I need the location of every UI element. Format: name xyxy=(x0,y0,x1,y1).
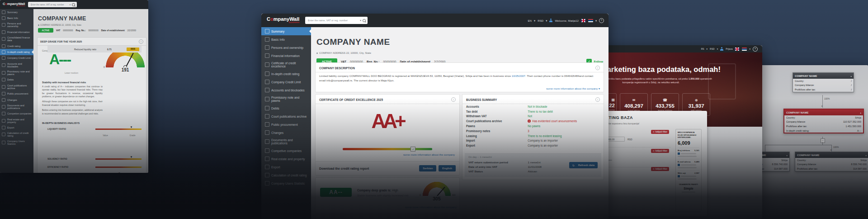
sidebar-item[interactable]: Company Credit Limit xyxy=(0,55,33,61)
sidebar-item[interactable]: Changes xyxy=(0,97,33,103)
more-info-link[interactable]: some more information about the company xyxy=(405,206,457,209)
language-select[interactable]: RS xyxy=(701,48,704,50)
date-link[interactable]: 10/25/2007. xyxy=(512,75,526,77)
info-icon[interactable] xyxy=(139,39,143,44)
chevron-down-icon[interactable] xyxy=(534,19,535,22)
org-node-child[interactable]: COMPANY NAME Country:SrbijaCompany bilan… xyxy=(795,152,868,171)
uk-flag-icon[interactable] xyxy=(735,48,740,51)
search-input[interactable] xyxy=(307,19,359,22)
sidebar-item[interactable]: Court publications archive xyxy=(0,83,33,90)
sidebar-item[interactable]: Changes xyxy=(261,129,311,137)
sidebar-item[interactable]: Basic Info xyxy=(261,35,311,43)
sidebar-item[interactable]: Persons and ownership xyxy=(261,43,311,52)
sidebar-item[interactable]: Company Credit Limit xyxy=(261,78,311,86)
sidebar-item[interactable]: Export xyxy=(0,124,33,130)
serbia-flag-icon[interactable] xyxy=(742,48,747,51)
exclude-filter-button[interactable]: Isključi filter xyxy=(651,149,669,153)
sidebar-item[interactable]: Credit rating xyxy=(0,43,33,49)
chevron-down-icon[interactable] xyxy=(546,19,547,22)
chevron-down-icon[interactable] xyxy=(360,19,361,22)
collapse-icon[interactable] xyxy=(860,111,861,114)
info-icon[interactable] xyxy=(595,66,600,70)
sidebar-item[interactable]: Accounts and blockades xyxy=(261,86,311,94)
org-node-main[interactable]: COMPANY NAME Country:SrbijaCompany bilan… xyxy=(783,109,864,133)
sidebar-item[interactable]: Company Users Statistic xyxy=(261,179,311,187)
sidebar-item[interactable]: In-depth credit rating xyxy=(261,70,311,78)
sidebar-item-label: Company Users Statistic xyxy=(271,182,305,185)
collapse-icon[interactable] xyxy=(865,154,867,157)
chevron-down-icon[interactable] xyxy=(70,4,71,6)
chevron-down-icon[interactable] xyxy=(749,48,750,50)
sidebar-item[interactable]: Export xyxy=(261,163,311,171)
sidebar-item[interactable]: Financial information xyxy=(0,29,33,35)
sidebar-item[interactable]: Public procurement xyxy=(261,120,311,129)
checkbox-icon[interactable] xyxy=(678,152,680,155)
org-node-parent[interactable]: COMPANY NAME Country:/Company bilance:/P… xyxy=(793,72,854,92)
more-info-link[interactable]: some more information about the company xyxy=(546,87,600,90)
exclude-filter-button[interactable]: Isključi filter xyxy=(651,167,669,171)
search-icon[interactable] xyxy=(363,19,366,22)
chevron-down-icon[interactable] xyxy=(595,19,597,22)
info-icon[interactable] xyxy=(595,97,600,102)
sidebar-item[interactable]: Real estate and property xyxy=(261,155,311,163)
sidebar-item[interactable]: Company Users Statistic xyxy=(0,138,33,146)
uk-flag-icon[interactable] xyxy=(581,19,586,22)
search-input[interactable] xyxy=(30,3,68,6)
sidebar-item[interactable]: Real estate and property xyxy=(0,117,33,124)
sidebar-item[interactable]: Documents and publications xyxy=(0,103,33,110)
sidebar-item[interactable]: Documents and publications xyxy=(261,137,311,147)
chevron-down-icon[interactable] xyxy=(707,48,708,50)
collapse-icon[interactable] xyxy=(786,154,788,157)
sidebar-item[interactable]: Summary xyxy=(0,9,33,15)
sidebar-item-label: Public procurement xyxy=(271,123,298,126)
download-english-button[interactable]: English xyxy=(439,165,456,171)
search-icon[interactable] xyxy=(72,3,75,6)
exclude-filter-button[interactable]: Isključi filter xyxy=(651,130,669,134)
package-name[interactable]: Simple xyxy=(678,187,699,190)
sidebar-item[interactable]: Financial information xyxy=(261,52,311,60)
sidebar-item[interactable]: Calculation of credit rating xyxy=(261,171,311,179)
info-icon[interactable] xyxy=(451,97,456,102)
sidebar-item-label: Basic Info xyxy=(7,17,18,19)
refresh-icon: ↻ xyxy=(572,164,575,167)
sidebar-item[interactable]: Summary xyxy=(261,27,311,35)
checkbox-icon[interactable] xyxy=(678,164,680,166)
stat-number: 31,937 xyxy=(688,103,704,109)
more-info-link[interactable]: some more information about the company xyxy=(403,153,455,156)
sidebar-item[interactable]: Calculation of credit rating xyxy=(0,131,33,138)
language-select[interactable]: EN xyxy=(528,19,532,22)
sidebar-item[interactable]: Competive companies xyxy=(0,111,33,117)
sidebar-item[interactable]: Debts xyxy=(0,77,33,83)
sidebar-item-icon xyxy=(265,37,269,42)
download-serbian-button[interactable]: Serbian xyxy=(419,165,436,171)
collapse-minus-icon[interactable] xyxy=(821,138,825,143)
login-link[interactable]: Prijava xyxy=(726,48,732,50)
sidebar-item[interactable]: Promissory note and pawns xyxy=(261,94,311,104)
collapse-icon[interactable] xyxy=(850,75,852,77)
help-icon[interactable] xyxy=(753,47,758,52)
refresh-data-button[interactable]: ↻ Refresh data xyxy=(569,162,598,168)
sidebar-item[interactable]: Basic Info xyxy=(0,15,33,21)
welcome-user[interactable]: Welcome, Matija12 xyxy=(555,19,579,22)
currency-select[interactable]: RSD xyxy=(538,19,543,22)
currency-select[interactable]: RSD xyxy=(710,48,715,50)
help-icon[interactable] xyxy=(599,18,604,23)
sidebar-item[interactable]: Debts xyxy=(261,104,311,112)
sidebar-item[interactable]: Accounts and blockades xyxy=(0,61,33,69)
chevron-down-icon[interactable] xyxy=(717,48,718,50)
sidebar-item[interactable]: Public procurement xyxy=(0,91,33,97)
sidebar-item-icon xyxy=(2,16,5,20)
sidebar-item-icon xyxy=(2,105,5,109)
sidebar-item[interactable]: Cetificate of credit excellence xyxy=(261,60,311,70)
sidebar-item[interactable]: Persons and ownership xyxy=(0,21,33,29)
sidebar-item-icon xyxy=(2,50,5,54)
sidebar-item[interactable]: Court publications archive xyxy=(261,112,311,120)
sidebar-item[interactable]: In-depth credit rating xyxy=(0,49,33,55)
search-bar[interactable] xyxy=(28,2,77,7)
sidebar-item[interactable]: Competive companies xyxy=(261,147,311,155)
checkbox-icon[interactable] xyxy=(678,175,680,177)
serbia-flag-icon[interactable] xyxy=(588,19,593,22)
search-bar[interactable] xyxy=(305,17,368,24)
sidebar-item[interactable]: Consolidated finance data xyxy=(0,35,33,43)
sidebar-item[interactable]: Promissory note and pawns xyxy=(0,69,33,76)
